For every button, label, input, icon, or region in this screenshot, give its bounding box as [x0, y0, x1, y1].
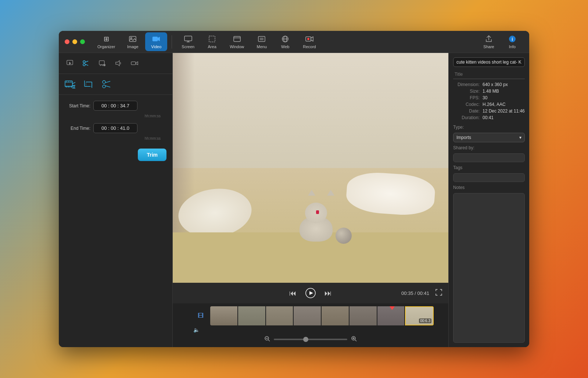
rewind-button[interactable]: ⏮: [289, 289, 297, 297]
toolbar-video[interactable]: Video: [145, 32, 167, 51]
play-tool-btn[interactable]: [63, 57, 76, 70]
title-field[interactable]: [453, 70, 525, 79]
zoom-out-icon[interactable]: [264, 336, 270, 343]
film-frame-5[interactable]: [322, 306, 349, 325]
type-dropdown[interactable]: Imports ▾: [453, 133, 525, 142]
annotate-tool-btn[interactable]: [96, 57, 109, 70]
toolbar-share[interactable]: Share: [478, 32, 500, 51]
fullscreen-button[interactable]: [435, 289, 442, 297]
tags-label: Tags: [453, 165, 525, 170]
size-value: 1.48 MB: [483, 89, 499, 94]
film-strip[interactable]: 00:6.3: [210, 306, 434, 325]
timeline-area: 🎞 00:6.3: [173, 303, 448, 347]
svg-text:i: i: [512, 37, 513, 42]
film-frame-3[interactable]: [266, 306, 293, 325]
toolbar-organizer[interactable]: ⊞ Organizer: [92, 32, 120, 51]
player-controls: ⏮ ⏭ 00:35 / 00:41: [173, 283, 448, 303]
toolbar-menu[interactable]: Menu: [251, 32, 273, 51]
film-frame-4[interactable]: [294, 306, 321, 325]
zoom-thumb[interactable]: [303, 337, 308, 342]
dropdown-chevron-icon: ▾: [519, 135, 521, 140]
filename-field[interactable]: [453, 57, 525, 67]
toolbar-info[interactable]: i Info: [501, 32, 523, 51]
film-frame-1[interactable]: [210, 306, 237, 325]
meta-duration: Duration: 00:41: [453, 115, 525, 120]
tags-field[interactable]: [453, 173, 525, 182]
video-track: 🎞 00:6.3: [193, 306, 448, 325]
film-track-icon: 🎞: [198, 313, 204, 319]
audio-tool-btn[interactable]: [112, 57, 125, 70]
trim-button[interactable]: Trim: [138, 149, 166, 161]
main-content: Start Time: hh:mm:ss End Time: hh:mm:ss: [59, 53, 529, 347]
audio-track-icon: 🔈: [193, 327, 200, 333]
codec-value: H.264, AAC: [483, 102, 506, 107]
toolbar-window[interactable]: Window: [225, 32, 249, 51]
start-time-input[interactable]: [93, 101, 137, 111]
duration-label: Duration:: [453, 115, 483, 120]
fast-forward-button[interactable]: ⏭: [325, 289, 332, 297]
zoom-in-icon[interactable]: [351, 336, 357, 343]
playhead[interactable]: [392, 306, 392, 325]
svg-marker-50: [309, 291, 313, 295]
toolbar-record[interactable]: Record: [298, 32, 321, 51]
meta-codec: Codec: H.264, AAC: [453, 102, 525, 107]
video-icon: [152, 35, 161, 43]
size-label: Size:: [453, 89, 483, 94]
right-panel: Dimension: 640 x 360 px Size: 1.48 MB FP…: [448, 53, 529, 347]
svg-line-22: [85, 61, 89, 63]
toolbar-web[interactable]: Web: [274, 32, 296, 51]
start-time-hint: hh:mm:ss: [145, 114, 164, 118]
svg-rect-44: [86, 82, 92, 86]
web-icon: [281, 35, 290, 43]
meta-size: Size: 1.48 MB: [453, 89, 525, 94]
type-label: Type:: [453, 125, 525, 130]
notes-field[interactable]: [453, 193, 525, 343]
start-time-group: Start Time: hh:mm:ss: [65, 101, 166, 119]
end-time-hint: hh:mm:ss: [145, 136, 164, 140]
svg-marker-28: [136, 62, 138, 65]
frame-time-label: 00:6.3: [419, 318, 431, 323]
close-button[interactable]: [65, 39, 69, 44]
duration-value: 00:41: [483, 115, 494, 120]
toolbar-image[interactable]: Image: [122, 32, 144, 51]
area-icon: [208, 35, 216, 43]
film-frame-2[interactable]: [238, 306, 265, 325]
shared-by-field[interactable]: [453, 153, 525, 162]
dimension-label: Dimension:: [453, 82, 483, 87]
film-frame-6[interactable]: [349, 306, 377, 325]
film-frame-8[interactable]: 00:6.3: [405, 306, 434, 325]
svg-point-25: [103, 64, 105, 66]
toolbar: ⊞ Organizer Image: [92, 32, 523, 51]
meta-date: Date: 12 Dec 2022 at 11:46: [453, 108, 525, 114]
cut-tool-btn[interactable]: [79, 57, 93, 70]
zoom-bar: [173, 334, 448, 344]
toolbar-screen[interactable]: Screen: [176, 32, 200, 51]
svg-rect-27: [131, 62, 136, 65]
svg-line-52: [268, 340, 270, 341]
svg-point-15: [307, 38, 309, 40]
crop-icon[interactable]: [82, 78, 95, 91]
organizer-icon: ⊞: [102, 35, 111, 43]
screen-icon: [184, 35, 193, 43]
end-time-input[interactable]: [93, 123, 137, 133]
svg-line-55: [355, 340, 356, 341]
scissors-icon[interactable]: [100, 78, 113, 91]
titlebar: ⊞ Organizer Image: [59, 31, 529, 53]
type-value: Imports: [456, 135, 471, 140]
fps-value: 30: [483, 95, 487, 100]
zoom-slider[interactable]: [274, 339, 347, 340]
image-icon: [128, 35, 137, 43]
left-tools-secondary: [59, 74, 172, 95]
left-panel: Start Time: hh:mm:ss End Time: hh:mm:ss: [59, 53, 173, 347]
play-button[interactable]: [304, 286, 317, 300]
toolbar-area[interactable]: Area: [201, 32, 223, 51]
camera-tool-btn[interactable]: [128, 57, 141, 70]
minimize-button[interactable]: [72, 39, 77, 44]
svg-rect-5: [209, 36, 215, 42]
share-icon: [484, 35, 493, 43]
svg-marker-19: [69, 62, 71, 65]
maximize-button[interactable]: [80, 39, 85, 44]
playhead-arrow: [390, 306, 395, 310]
svg-marker-26: [116, 61, 119, 66]
film-cut-icon[interactable]: [63, 78, 76, 91]
